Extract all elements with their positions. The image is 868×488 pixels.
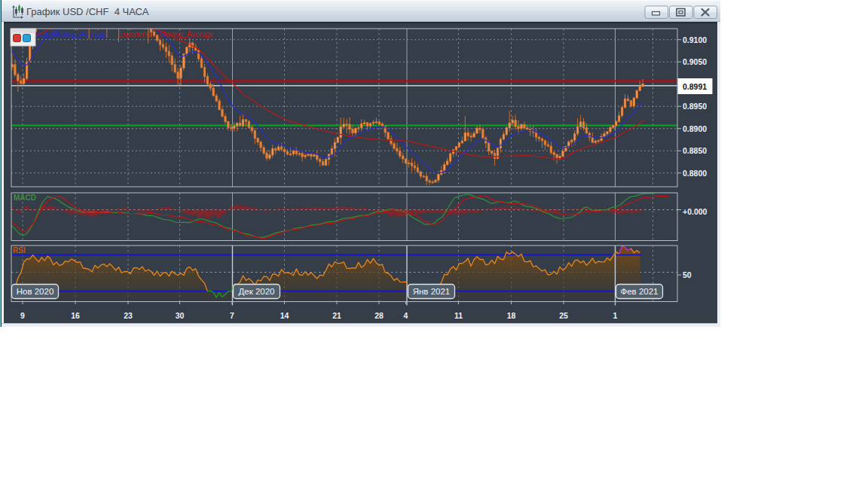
- svg-text:0.9050: 0.9050: [683, 57, 707, 66]
- svg-text:1: 1: [613, 311, 618, 320]
- svg-text:18: 18: [507, 311, 516, 320]
- svg-text:21: 21: [332, 311, 341, 320]
- svg-text:0.8800: 0.8800: [683, 169, 707, 178]
- svg-text:0.8991: 0.8991: [683, 82, 707, 91]
- svg-text:Янв 2021: Янв 2021: [413, 287, 451, 296]
- svg-text:0.8900: 0.8900: [683, 124, 707, 133]
- svg-text:Нов 2020: Нов 2020: [17, 287, 54, 296]
- svg-text:+0.000: +0.000: [683, 207, 708, 216]
- svg-text:Фев 2021: Фев 2021: [620, 287, 658, 296]
- svg-text:7: 7: [230, 311, 234, 320]
- svg-text:14: 14: [280, 311, 289, 320]
- svg-text:50: 50: [683, 270, 692, 279]
- svg-text:0.8850: 0.8850: [683, 146, 707, 155]
- svg-text:RSI: RSI: [13, 246, 26, 255]
- svg-text:0.9100: 0.9100: [683, 35, 707, 44]
- svg-text:28: 28: [374, 311, 384, 320]
- svg-text:11: 11: [454, 311, 463, 320]
- svg-text:30: 30: [176, 311, 185, 320]
- svg-text:23: 23: [124, 311, 133, 320]
- svg-text:0.8950: 0.8950: [683, 102, 707, 111]
- svg-text:MACD: MACD: [14, 194, 36, 202]
- svg-text:Дек 2020: Дек 2020: [239, 287, 275, 296]
- svg-text:16: 16: [71, 311, 80, 320]
- svg-text:9: 9: [20, 311, 25, 320]
- svg-text:График USD /CHF 4 ЧАСА: График USD /CHF 4 ЧАСА: [26, 6, 149, 17]
- svg-text:4: 4: [404, 311, 408, 320]
- svg-text:25: 25: [559, 311, 568, 320]
